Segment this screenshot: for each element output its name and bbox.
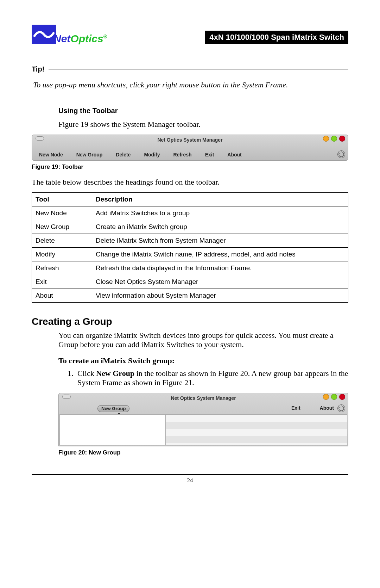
refresh-icon[interactable]: [337, 150, 345, 158]
table-row: ExitClose Net Optics System Manager: [32, 275, 348, 289]
table-head-tool: Tool: [32, 193, 92, 206]
step-list: Click New Group in the toolbar as shown …: [67, 369, 348, 387]
refresh-icon[interactable]: [337, 404, 345, 412]
table-row: AboutView information about System Manag…: [32, 289, 348, 303]
doc-title: 4xN 10/100/1000 Span iMatrix Switch: [205, 31, 348, 44]
section-heading-creating-group: Creating a Group: [32, 316, 348, 327]
figure-20-new-group: Net Optics System Manager New Group Exit…: [58, 393, 348, 446]
minimize-icon[interactable]: [323, 394, 329, 400]
figure-20-caption: Figure 20: New Group: [58, 449, 348, 456]
table-row: New NodeAdd iMatrix Switches to a group: [32, 206, 348, 220]
table-row: ModifyChange the iMatrix Switch name, IP…: [32, 248, 348, 261]
toolbar-item-about[interactable]: About: [320, 405, 334, 412]
cell-desc: View information about System Manager: [92, 289, 348, 303]
close-icon[interactable]: [339, 394, 345, 400]
window-title: Net Optics System Manager: [157, 137, 222, 143]
table-row: New GroupCreate an iMatrix Switch group: [32, 220, 348, 234]
close-icon[interactable]: [339, 136, 345, 142]
toolbar-description-table: Tool Description New NodeAdd iMatrix Swi…: [32, 192, 348, 303]
tip-label: Tip!: [32, 65, 44, 73]
subheading-create-group: To create an iMatrix Switch group:: [58, 356, 348, 365]
table-row: RefreshRefresh the data displayed in the…: [32, 261, 348, 275]
system-frame: [59, 414, 166, 445]
cell-desc: Change the iMatrix Switch name, IP addre…: [92, 248, 348, 261]
toolbar-item-exit[interactable]: Exit: [291, 405, 300, 412]
logo-icon: [32, 25, 56, 44]
page-header: NetOptics® 4xN 10/100/1000 Span iMatrix …: [32, 25, 348, 44]
cell-tool: Modify: [32, 248, 92, 261]
toolbar-item-new-node[interactable]: New Node: [39, 152, 63, 157]
traffic-lights: [323, 394, 345, 400]
cell-desc: Add iMatrix Switches to a group: [92, 206, 348, 220]
cell-desc: Delete iMatrix Switch from System Manage…: [92, 234, 348, 248]
cell-desc: Close Net Optics System Manager: [92, 275, 348, 289]
cell-tool: Refresh: [32, 261, 92, 275]
toolbar-item-refresh[interactable]: Refresh: [173, 152, 192, 157]
zoom-icon[interactable]: [331, 394, 337, 400]
cell-tool: New Node: [32, 206, 92, 220]
logo: NetOptics®: [32, 25, 107, 44]
figure-19-toolbar: Net Optics System Manager New Node New G…: [32, 135, 348, 161]
logo-text-optics: Optics: [70, 33, 103, 44]
toolbar-item-delete[interactable]: Delete: [116, 152, 131, 157]
minimize-icon[interactable]: [323, 136, 329, 142]
new-group-button[interactable]: New Group: [97, 405, 129, 412]
page-number: 24: [32, 477, 348, 484]
cell-desc: Refresh the data displayed in the Inform…: [92, 261, 348, 275]
toolbar-item-exit[interactable]: Exit: [205, 152, 214, 157]
table-row: DeleteDelete iMatrix Switch from System …: [32, 234, 348, 248]
step-1: Click New Group in the toolbar as shown …: [75, 369, 348, 387]
logo-text-net: Net: [53, 33, 70, 44]
figure-19-caption: Figure 19: Toolbar: [32, 163, 348, 171]
table-head-desc: Description: [92, 193, 348, 206]
toolbar-item-new-group[interactable]: New Group: [76, 152, 103, 157]
body-text: Figure 19 shows the System Manager toolb…: [58, 120, 348, 129]
traffic-lights: [323, 136, 345, 142]
zoom-icon[interactable]: [331, 136, 337, 142]
logo-reg: ®: [103, 34, 107, 39]
cell-tool: Exit: [32, 275, 92, 289]
footer-divider: [32, 474, 348, 475]
cell-tool: Delete: [32, 234, 92, 248]
toolbar-item-modify[interactable]: Modify: [144, 152, 160, 157]
divider: [32, 96, 348, 96]
window-title: Net Optics System Manager: [171, 395, 236, 401]
cell-desc: Create an iMatrix Switch group: [92, 220, 348, 234]
body-text: You can organize iMatrix Switch devices …: [58, 331, 348, 349]
cell-tool: About: [32, 289, 92, 303]
subheading-using-toolbar: Using the Toolbar: [58, 107, 348, 115]
tip-text: To use pop-up menu shortcuts, click your…: [32, 80, 348, 89]
toolbar-item-about[interactable]: About: [227, 152, 241, 157]
body-text: The table below describes the headings f…: [32, 178, 348, 187]
cell-tool: New Group: [32, 220, 92, 234]
divider: [49, 69, 348, 69]
